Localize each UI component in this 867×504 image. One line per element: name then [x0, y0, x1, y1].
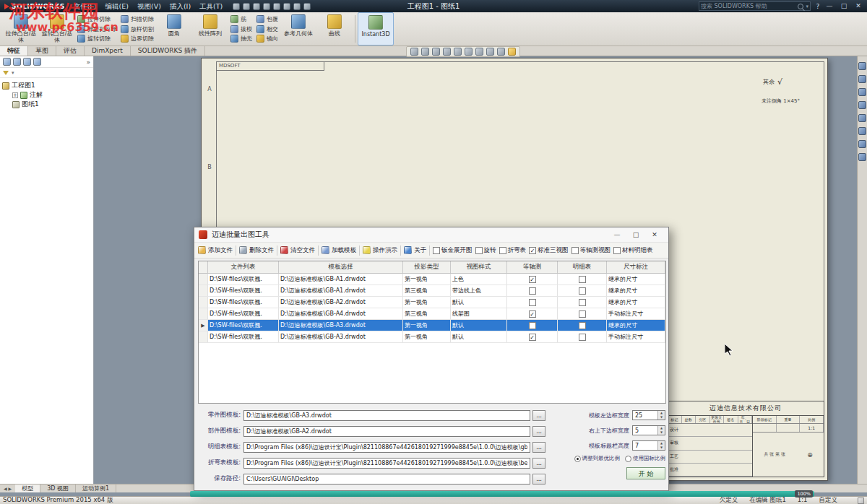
- dialog-option[interactable]: 等轴测视图: [570, 246, 613, 255]
- browse-button[interactable]: ...: [532, 442, 545, 453]
- checkbox-icon[interactable]: [529, 299, 536, 306]
- dialog-maximize-button[interactable]: □: [626, 227, 645, 242]
- tree-item[interactable]: +注解: [12, 90, 91, 100]
- panel-expand-icon[interactable]: »: [86, 58, 90, 66]
- dialog-close-button[interactable]: ✕: [645, 227, 664, 242]
- spinner-input[interactable]: 25▲▼: [632, 410, 665, 420]
- options-gear-icon[interactable]: [303, 3, 311, 10]
- appearances-icon[interactable]: [858, 114, 866, 122]
- close-button[interactable]: ✕: [851, 0, 866, 12]
- menu-item[interactable]: 编辑(E): [101, 0, 133, 12]
- custom-properties-icon[interactable]: [858, 127, 866, 135]
- checkbox-icon[interactable]: [529, 322, 536, 329]
- document-tab[interactable]: 3D 视图: [40, 485, 76, 492]
- pan-icon[interactable]: [432, 48, 440, 56]
- lofted-cut-button[interactable]: 放样切割: [121, 25, 154, 33]
- previous-view-icon[interactable]: [454, 48, 462, 56]
- table-row[interactable]: D:\SW-files\双联翘.D:\迈迪标准模板\GB-A1.drwdot第三…: [199, 285, 665, 297]
- command-tab[interactable]: 评估: [56, 46, 85, 56]
- section-view-icon[interactable]: [465, 48, 473, 56]
- checkbox-icon[interactable]: [579, 322, 586, 329]
- extrude-boss-button[interactable]: 拉伸凸台/基体: [3, 12, 39, 45]
- quick-tip-icon[interactable]: [508, 48, 516, 56]
- task-pane-icon[interactable]: [858, 62, 866, 70]
- open-file-icon[interactable]: [243, 3, 250, 10]
- spinner-down-icon[interactable]: ▼: [658, 415, 665, 420]
- rotate-view-icon[interactable]: [443, 48, 451, 56]
- field-input[interactable]: [243, 458, 530, 469]
- forum-icon[interactable]: [858, 140, 866, 148]
- clear-files-button[interactable]: 清空文件: [279, 246, 316, 255]
- status-grid-icon[interactable]: [858, 498, 864, 504]
- shell-button[interactable]: 抽壳: [230, 35, 252, 43]
- menu-item[interactable]: 视图(V): [133, 0, 165, 12]
- checkbox-icon[interactable]: ✓: [529, 310, 536, 318]
- dialog-option[interactable]: ✓标准三视图: [527, 246, 570, 255]
- tab-scroll-icons[interactable]: ◀ ▶: [0, 486, 15, 491]
- tree-item[interactable]: 图纸1: [12, 100, 91, 109]
- table-row[interactable]: D:\SW-files\双联翘.D:\迈迪标准模板\GB-A2.drwdot第一…: [199, 297, 665, 308]
- swept-cut-button[interactable]: 扫描切除: [121, 15, 154, 23]
- dimxpert-manager-tab-icon[interactable]: [33, 58, 41, 66]
- start-button[interactable]: 开 始: [626, 467, 665, 479]
- design-library-icon[interactable]: [858, 75, 866, 83]
- checkbox-icon[interactable]: [579, 299, 586, 306]
- zoom-area-icon[interactable]: [421, 48, 429, 56]
- dialog-title-bar[interactable]: 迈迪批量出图工具 — □ ✕: [194, 227, 668, 243]
- radio-option[interactable]: 使用国标比例: [625, 455, 665, 462]
- field-input[interactable]: [243, 426, 530, 437]
- checkbox-icon[interactable]: [579, 276, 586, 283]
- document-tab[interactable]: 模型: [15, 485, 40, 492]
- feature-manager-tab-icon[interactable]: [3, 58, 11, 66]
- file-explorer-icon[interactable]: [858, 88, 866, 96]
- command-tab[interactable]: SOLIDWORKS 插件: [131, 46, 205, 56]
- table-row[interactable]: D:\SW-files\双联翘.D:\迈迪标准模板\GB-A3.drwdot第一…: [199, 331, 665, 343]
- table-row[interactable]: ▶D:\SW-files\双联翘.D:\迈迪标准模板\GB-A3.drwdot第…: [199, 320, 665, 331]
- dialog-minimize-button[interactable]: —: [608, 227, 626, 242]
- expand-icon[interactable]: +: [12, 92, 18, 98]
- undo-icon[interactable]: [273, 3, 280, 10]
- load-template-button[interactable]: 加载模板: [320, 246, 358, 255]
- revolve-boss-button[interactable]: 旋转凸台/基体: [39, 12, 75, 45]
- command-tab[interactable]: 特征: [0, 46, 28, 56]
- field-input[interactable]: [243, 410, 530, 421]
- spinner-input[interactable]: 5▲▼: [632, 425, 665, 435]
- curves-button[interactable]: 曲线: [316, 12, 353, 45]
- search-icon[interactable]: [798, 4, 803, 9]
- dialog-option[interactable]: 材料明细表: [612, 246, 655, 255]
- dialog-option[interactable]: 旋转: [474, 246, 498, 255]
- hole-wizard-button[interactable]: 异型孔向导: [77, 25, 116, 33]
- hide-items-icon[interactable]: [497, 48, 505, 56]
- display-style-icon[interactable]: [486, 48, 494, 56]
- reference-geometry-button[interactable]: 参考几何体: [280, 12, 316, 45]
- view-orientation-icon[interactable]: [475, 48, 483, 56]
- linear-pattern-button[interactable]: 线性阵列: [192, 12, 228, 45]
- field-input[interactable]: [243, 474, 530, 485]
- checkbox-icon[interactable]: [579, 287, 586, 295]
- browse-button[interactable]: ...: [532, 426, 545, 437]
- spinner-input[interactable]: 7▲▼: [632, 440, 665, 451]
- checkbox-icon[interactable]: ✓: [529, 276, 536, 283]
- intersect-button[interactable]: 相交: [256, 25, 278, 33]
- search-input[interactable]: [701, 3, 797, 9]
- browse-button[interactable]: ...: [532, 474, 545, 485]
- help-icon[interactable]: ?: [814, 3, 822, 10]
- save-icon[interactable]: [253, 3, 260, 10]
- dialog-option[interactable]: 折弯表: [498, 246, 528, 255]
- spinner-down-icon[interactable]: ▼: [658, 446, 665, 450]
- demo-button[interactable]: 操作演示: [361, 246, 399, 255]
- spinner-down-icon[interactable]: ▼: [658, 430, 665, 435]
- checkbox-icon[interactable]: ✓: [529, 334, 536, 341]
- fillet-button[interactable]: 圆角: [156, 12, 192, 45]
- property-manager-tab-icon[interactable]: [13, 58, 21, 66]
- redo-icon[interactable]: [283, 3, 290, 10]
- rebuild-icon[interactable]: [293, 3, 301, 10]
- checkbox-icon[interactable]: [579, 334, 586, 341]
- delete-file-button[interactable]: 删除文件: [238, 246, 275, 255]
- checkbox-icon[interactable]: [579, 310, 586, 318]
- minimize-button[interactable]: —: [822, 0, 837, 12]
- add-file-button[interactable]: 添加文件: [197, 246, 234, 255]
- browse-button[interactable]: ...: [532, 458, 545, 469]
- chevron-down-icon[interactable]: ▾: [806, 4, 808, 9]
- revolve-cut-button[interactable]: 旋转切除: [77, 35, 116, 43]
